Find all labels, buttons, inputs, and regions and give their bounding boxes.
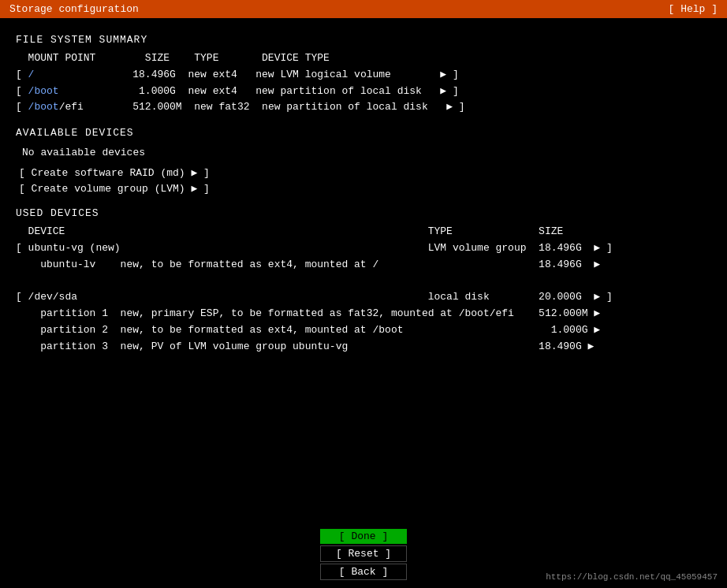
ubuntu-vg-row[interactable]: [ ubuntu-vg (new) LVM volume group 18.49…: [16, 242, 613, 254]
ubuntu-lv-row[interactable]: ubuntu-lv new, to be formatted as ext4, …: [16, 259, 600, 270]
reset-button[interactable]: [ Reset ]: [320, 545, 407, 562]
fs-row-boot-efi[interactable]: [ /boot/efi 512.000M new fat32 new parti…: [16, 101, 465, 113]
partition2-row[interactable]: partition 2 new, to be formatted as ext4…: [16, 324, 600, 336]
fs-summary-table: MOUNT POINT SIZE TYPE DEVICE TYPE [ / 18…: [16, 50, 711, 116]
url-text: https://blog.csdn.net/qq_45059457: [546, 572, 718, 582]
main-content: FILE SYSTEM SUMMARY MOUNT POINT SIZE TYP…: [0, 18, 727, 363]
back-button[interactable]: [ Back ]: [320, 564, 407, 580]
app-title: Storage configuration: [9, 3, 139, 15]
no-devices-text: No available devices: [16, 143, 711, 162]
create-lvm-action[interactable]: [ Create volume group (LVM) ▶ ]: [16, 180, 711, 196]
partition1-row[interactable]: partition 1 new, primary ESP, to be form…: [16, 307, 600, 319]
done-button[interactable]: [ Done ]: [320, 529, 407, 544]
used-devices-header: USED DEVICES: [16, 207, 711, 219]
dev-sda-row[interactable]: [ /dev/sda local disk 20.000G ▶ ]: [16, 291, 613, 303]
title-bar: Storage configuration [ Help ]: [0, 0, 727, 18]
fs-summary-header: FILE SYSTEM SUMMARY: [16, 34, 711, 46]
used-devices-table: DEVICE TYPE SIZE [ ubuntu-vg (new) LVM v…: [16, 224, 711, 355]
fs-row-root[interactable]: [ / 18.496G new ext4 new LVM logical vol…: [16, 69, 459, 80]
create-raid-action[interactable]: [ Create software RAID (md) ▶ ]: [16, 165, 711, 180]
available-devices-header: AVAILABLE DEVICES: [16, 127, 711, 139]
fs-row-boot[interactable]: [ /boot 1.000G new ext4 new partition of…: [16, 85, 459, 97]
partition3-row[interactable]: partition 3 new, PV of LVM volume group …: [16, 341, 594, 352]
help-button[interactable]: [ Help ]: [669, 3, 718, 15]
